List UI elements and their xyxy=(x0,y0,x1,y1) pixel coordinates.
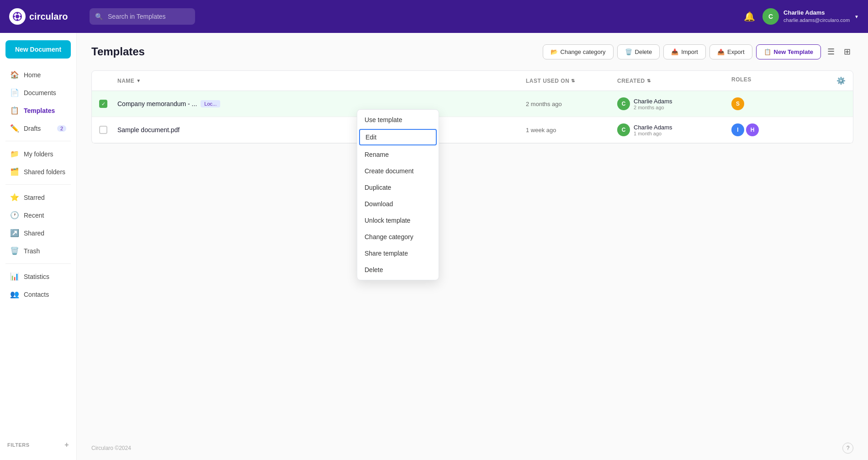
menu-item-create-document[interactable]: Create document xyxy=(357,163,439,179)
row1-last-used: 2 months ago xyxy=(526,101,617,107)
user-menu[interactable]: C Charlie Adams charlie.adams@circularo.… xyxy=(762,8,859,25)
row1-name: Company memorandum - ... Loc... xyxy=(117,100,526,107)
sidebar-item-documents[interactable]: 📄 Documents xyxy=(3,84,74,102)
menu-item-duplicate[interactable]: Duplicate xyxy=(357,179,439,196)
row2-creator-avatar: C xyxy=(617,123,630,136)
change-category-icon: 📂 xyxy=(550,48,558,55)
svg-point-3 xyxy=(20,16,21,17)
header-checkbox-col xyxy=(99,76,117,85)
last-used-sort-icon: ⇅ xyxy=(571,78,575,83)
list-view-button[interactable]: ☰ xyxy=(825,44,837,59)
starred-icon: ⭐ xyxy=(10,193,19,202)
sidebar-item-templates[interactable]: 📋 Templates xyxy=(3,102,74,119)
sidebar-label-shared: Shared xyxy=(24,230,44,237)
user-info: Charlie Adams charlie.adams@circularo.co… xyxy=(783,9,850,23)
main-content: Templates 📂 Change category 🗑️ Delete 📥 … xyxy=(77,33,868,460)
topbar-right: 🔔 C Charlie Adams charlie.adams@circular… xyxy=(744,8,859,25)
sidebar-item-trash[interactable]: 🗑️ Trash xyxy=(3,242,74,260)
contacts-icon: 👥 xyxy=(10,290,19,299)
table-header: NAME ▼ LAST USED ON ⇅ CREATED ⇅ ROLES ⚙️ xyxy=(92,71,853,91)
menu-item-rename[interactable]: Rename xyxy=(357,146,439,163)
new-document-button[interactable]: New Document xyxy=(5,40,71,59)
sidebar-item-drafts[interactable]: ✏️ Drafts 2 xyxy=(3,119,74,137)
delete-icon: 🗑️ xyxy=(625,48,632,55)
menu-item-delete[interactable]: Delete xyxy=(357,262,439,278)
svg-point-2 xyxy=(16,12,18,14)
header-name[interactable]: NAME ▼ xyxy=(117,76,526,85)
sidebar-label-statistics: Statistics xyxy=(24,273,49,280)
menu-item-change-category[interactable]: Change category xyxy=(357,229,439,245)
checkbox-checked[interactable]: ✓ xyxy=(99,100,107,108)
menu-item-share-template[interactable]: Share template xyxy=(357,245,439,262)
user-name: Charlie Adams xyxy=(783,9,850,17)
last-used-label: LAST USED ON xyxy=(526,78,569,84)
sidebar-label-contacts: Contacts xyxy=(24,291,49,298)
row2-creator-details: Charlie Adams 1 month ago xyxy=(634,124,672,136)
row2-roles: I H xyxy=(731,123,823,136)
filters-section: FILTERS + xyxy=(0,437,76,453)
menu-item-unlock-template[interactable]: Unlock template xyxy=(357,212,439,229)
role-avatar-h: H xyxy=(746,123,759,136)
menu-item-use-template[interactable]: Use template xyxy=(357,112,439,128)
shared-folders-icon: 🗂️ xyxy=(10,167,19,176)
sidebar-item-recent[interactable]: 🕐 Recent xyxy=(3,206,74,224)
statistics-icon: 📊 xyxy=(10,272,19,281)
table-settings-icon[interactable]: ⚙️ xyxy=(836,77,846,85)
user-email: charlie.adams@circularo.com xyxy=(783,17,850,23)
header-last-used[interactable]: LAST USED ON ⇅ xyxy=(526,76,617,85)
row2-name: Sample document.pdf xyxy=(117,126,526,134)
header-settings: ⚙️ xyxy=(823,76,846,85)
header-actions: 📂 Change category 🗑️ Delete 📥 Import 📤 E… xyxy=(543,44,853,59)
menu-item-edit[interactable]: Edit xyxy=(359,129,437,145)
row1-checkbox[interactable]: ✓ xyxy=(99,100,117,108)
sidebar-item-starred[interactable]: ⭐ Starred xyxy=(3,188,74,206)
row1-creator-avatar: C xyxy=(617,97,630,110)
grid-view-button[interactable]: ⊞ xyxy=(841,44,853,59)
sidebar-item-my-folders[interactable]: 📁 My folders xyxy=(3,145,74,163)
role-avatar-s: S xyxy=(731,97,744,110)
documents-icon: 📄 xyxy=(10,88,19,97)
templates-icon: 📋 xyxy=(10,106,19,115)
sidebar-label-shared-folders: Shared folders xyxy=(24,168,65,176)
sidebar-label-starred: Starred xyxy=(24,194,45,201)
sidebar-label-documents: Documents xyxy=(24,89,56,96)
header-created[interactable]: CREATED ⇅ xyxy=(617,76,731,85)
search-wrapper: 🔍 xyxy=(90,8,318,25)
sidebar-label-trash: Trash xyxy=(24,247,40,255)
new-template-button[interactable]: 📋 New Template xyxy=(756,44,821,59)
export-button[interactable]: 📤 Export xyxy=(709,44,752,59)
menu-item-download[interactable]: Download xyxy=(357,196,439,212)
sidebar-item-contacts[interactable]: 👥 Contacts xyxy=(3,285,74,303)
row2-checkbox[interactable] xyxy=(99,126,117,134)
created-sort-icon: ⇅ xyxy=(647,78,651,83)
context-menu: Use template Edit Rename Create document… xyxy=(357,109,439,280)
delete-button[interactable]: 🗑️ Delete xyxy=(617,44,660,59)
logo-area: circularo xyxy=(9,8,82,25)
sidebar-item-shared-folders[interactable]: 🗂️ Shared folders xyxy=(3,163,74,181)
checkbox-unchecked[interactable] xyxy=(99,126,107,134)
svg-point-4 xyxy=(13,16,15,17)
export-icon: 📤 xyxy=(717,48,725,55)
change-category-button[interactable]: 📂 Change category xyxy=(543,44,614,59)
notification-bell[interactable]: 🔔 xyxy=(744,11,755,22)
sidebar-label-my-folders: My folders xyxy=(24,150,53,158)
footer: Circularo ©2024 ? xyxy=(77,436,868,460)
row2-last-used: 1 week ago xyxy=(526,127,617,134)
templates-table: NAME ▼ LAST USED ON ⇅ CREATED ⇅ ROLES ⚙️… xyxy=(91,70,853,144)
shared-icon: ↗️ xyxy=(10,229,19,237)
sidebar-item-home[interactable]: 🏠 Home xyxy=(3,66,74,84)
search-input[interactable] xyxy=(90,8,195,25)
copyright: Circularo ©2024 xyxy=(91,445,131,451)
recent-icon: 🕐 xyxy=(10,211,19,219)
sidebar: New Document 🏠 Home 📄 Documents 📋 Templa… xyxy=(0,33,77,460)
sidebar-label-drafts: Drafts xyxy=(24,125,41,132)
import-button[interactable]: 📥 Import xyxy=(663,44,706,59)
help-button[interactable]: ? xyxy=(842,443,853,454)
drafts-badge: 2 xyxy=(57,125,66,132)
sidebar-item-statistics[interactable]: 📊 Statistics xyxy=(3,267,74,285)
filters-add-button[interactable]: + xyxy=(64,441,69,449)
topbar: circularo 🔍 🔔 C Charlie Adams charlie.ad… xyxy=(0,0,868,33)
sidebar-label-home: Home xyxy=(24,71,41,79)
sidebar-item-shared[interactable]: ↗️ Shared xyxy=(3,224,74,242)
sidebar-label-recent: Recent xyxy=(24,212,44,219)
